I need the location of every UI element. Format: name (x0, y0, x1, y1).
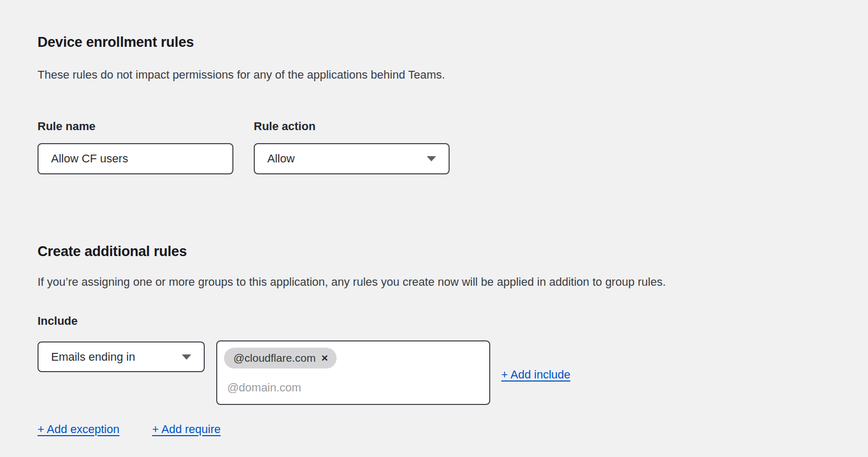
add-exception-link[interactable]: + Add exception (38, 423, 119, 436)
device-enrollment-rules-heading: Device enrollment rules (38, 34, 194, 50)
email-domain-input[interactable] (227, 381, 467, 395)
include-selector-select[interactable]: Emails ending in (38, 341, 205, 372)
chevron-down-icon (427, 156, 436, 161)
chevron-down-icon (182, 354, 191, 360)
device-enrollment-rules-description: These rules do not impact permissions fo… (38, 68, 445, 82)
create-additional-rules-description: If you’re assigning one or more groups t… (38, 275, 666, 289)
add-include-link[interactable]: + Add include (501, 368, 571, 382)
create-additional-rules-heading: Create additional rules (38, 244, 187, 260)
rule-name-label: Rule name (38, 120, 95, 133)
add-require-link[interactable]: + Add require (152, 423, 220, 436)
include-values-input-box[interactable]: @cloudflare.com ✕ (216, 340, 490, 405)
rule-action-selected-value: Allow (267, 152, 295, 166)
device-enrollment-page: Device enrollment rules These rules do n… (0, 0, 868, 457)
include-selector-selected-value: Emails ending in (51, 350, 135, 364)
email-domain-tag: @cloudflare.com ✕ (224, 348, 337, 369)
include-label: Include (38, 314, 78, 328)
remove-tag-icon[interactable]: ✕ (321, 354, 328, 363)
rule-action-label: Rule action (254, 120, 316, 133)
email-domain-tag-text: @cloudflare.com (233, 352, 316, 364)
rule-action-select[interactable]: Allow (254, 143, 450, 174)
rule-name-input[interactable] (38, 143, 233, 174)
